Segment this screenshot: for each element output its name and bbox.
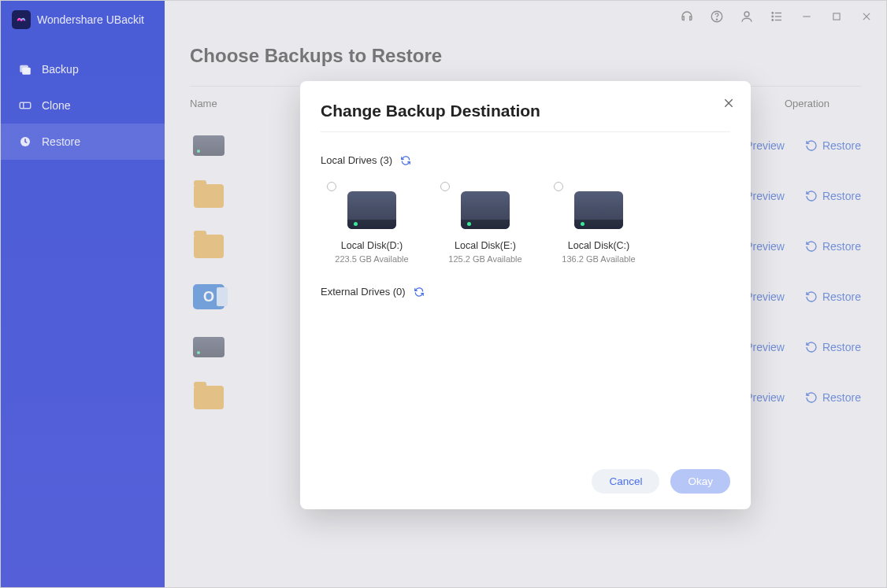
- modal-close-icon[interactable]: [718, 92, 740, 114]
- svg-rect-2: [20, 102, 31, 109]
- external-drives-header: External Drives (0): [321, 286, 730, 298]
- sidebar-item-backup[interactable]: Backup: [1, 51, 165, 87]
- disk-icon: [574, 191, 623, 229]
- drive-radio[interactable]: [327, 182, 336, 191]
- modal-change-destination: Change Backup Destination Local Drives (…: [300, 81, 751, 509]
- drive-name: Local Disk(E:): [455, 240, 516, 251]
- modal-title: Change Backup Destination: [321, 102, 730, 132]
- disk-icon: [347, 191, 396, 229]
- modal-footer: Cancel Okay: [321, 469, 730, 494]
- drive-available: 125.2 GB Available: [448, 254, 521, 264]
- cancel-button[interactable]: Cancel: [592, 469, 659, 494]
- sidebar-item-label: Clone: [42, 99, 71, 112]
- refresh-icon[interactable]: [400, 155, 411, 166]
- backup-icon: [18, 62, 32, 76]
- main-area: Choose Backups to Restore Name Operation…: [165, 1, 886, 587]
- drive-card[interactable]: Local Disk(C:)136.2 GB Available: [547, 180, 650, 264]
- sidebar: Wondershare UBackit Backup Clone Restore: [1, 1, 165, 587]
- app-logo-icon: [12, 10, 31, 29]
- external-drives-label: External Drives (0): [321, 286, 406, 298]
- drive-available: 223.5 GB Available: [335, 254, 408, 264]
- sidebar-item-restore[interactable]: Restore: [1, 124, 165, 160]
- sidebar-item-label: Backup: [42, 63, 79, 76]
- drive-available: 136.2 GB Available: [562, 254, 635, 264]
- drive-radio[interactable]: [440, 182, 450, 191]
- logo-row: Wondershare UBackit: [1, 1, 165, 51]
- sidebar-item-clone[interactable]: Clone: [1, 87, 165, 124]
- okay-button[interactable]: Okay: [670, 469, 730, 494]
- drive-card[interactable]: Local Disk(E:)125.2 GB Available: [434, 180, 536, 264]
- restore-icon: [18, 135, 32, 149]
- app-window: Wondershare UBackit Backup Clone Restore…: [0, 0, 887, 588]
- svg-rect-1: [22, 68, 31, 75]
- drive-card[interactable]: Local Disk(D:)223.5 GB Available: [321, 180, 423, 264]
- disk-icon: [461, 191, 510, 229]
- local-drives-header: Local Drives (3): [321, 154, 730, 166]
- drive-radio[interactable]: [554, 182, 563, 191]
- refresh-icon[interactable]: [414, 287, 425, 298]
- local-drives-label: Local Drives (3): [321, 154, 392, 166]
- sidebar-item-label: Restore: [42, 135, 80, 148]
- local-drives-grid: Local Disk(D:)223.5 GB AvailableLocal Di…: [321, 180, 730, 264]
- drive-name: Local Disk(D:): [341, 240, 403, 251]
- app-title: Wondershare UBackit: [37, 13, 144, 26]
- drive-name: Local Disk(C:): [568, 240, 630, 251]
- clone-icon: [18, 98, 32, 113]
- modal-overlay: Change Backup Destination Local Drives (…: [165, 1, 886, 587]
